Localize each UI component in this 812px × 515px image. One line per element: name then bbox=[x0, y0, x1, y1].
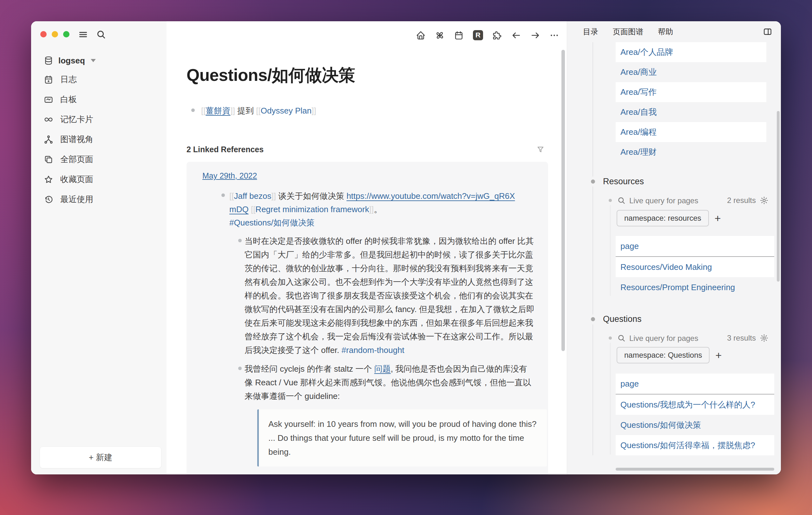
page-link[interactable]: Resources/Video Making bbox=[620, 262, 712, 272]
page-link[interactable]: Area/编程 bbox=[620, 127, 657, 137]
block-bullet[interactable] bbox=[609, 199, 612, 202]
add-filter-button[interactable]: + bbox=[715, 211, 721, 226]
arrow-left-icon[interactable] bbox=[511, 30, 521, 40]
namespace-filter-pill[interactable]: namespace: resources bbox=[617, 210, 709, 226]
database-icon bbox=[44, 56, 53, 65]
close-right-sidebar-icon[interactable] bbox=[763, 27, 772, 36]
home-icon[interactable] bbox=[416, 30, 426, 40]
main-scrollbar-thumb[interactable] bbox=[561, 50, 565, 351]
block-bullet[interactable] bbox=[222, 193, 225, 197]
filter-funnel-icon[interactable] bbox=[536, 145, 545, 154]
questions-query-table: page Questions/我想成为一个什么样的人? Questions/如何… bbox=[616, 373, 774, 455]
table-row: Area/自我 bbox=[616, 102, 766, 122]
zoom-window-button[interactable] bbox=[63, 31, 69, 37]
readwise-plugin-icon[interactable]: R bbox=[473, 30, 483, 40]
page-ref-link[interactable]: Odyssey Plan bbox=[261, 106, 312, 115]
page-link[interactable]: Area/个人品牌 bbox=[620, 47, 673, 57]
sidebar-item-flashcards[interactable]: 记忆卡片 bbox=[31, 110, 167, 129]
query-meta: 2 results bbox=[727, 196, 768, 205]
journal-date-link[interactable]: May 29th, 2022 bbox=[202, 171, 257, 180]
block-bullet[interactable] bbox=[591, 317, 595, 321]
blockquote: Ask yourself: in 10 years from now, will… bbox=[257, 410, 547, 466]
page-body: Questions/如何做决策 [[薑餅資]] 提到 [[Odyssey Pla… bbox=[186, 49, 548, 475]
search-icon bbox=[617, 196, 626, 205]
table-row: Questions/如何做决策 bbox=[616, 415, 774, 435]
area-query-table: Area/个人品牌 Area/商业 Area/写作 Area/自我 Area/编… bbox=[616, 42, 766, 162]
right-sidebar-scrollbar-thumb[interactable] bbox=[777, 111, 780, 282]
page-tag-link[interactable]: #Questions/如何做决策 bbox=[229, 216, 516, 229]
block-bullet[interactable] bbox=[238, 367, 242, 370]
page-link[interactable]: Questions/如何活得幸福，摆脱焦虑? bbox=[620, 441, 755, 450]
resources-query-table: page Resources/Video Making Resources/Pr… bbox=[616, 236, 774, 298]
sidebar-item-all-pages[interactable]: 全部页面 bbox=[31, 149, 167, 169]
arrow-right-icon[interactable] bbox=[530, 30, 540, 40]
puzzle-icon[interactable] bbox=[492, 30, 502, 40]
sidebar-item-favorites[interactable]: 收藏页面 bbox=[31, 169, 167, 189]
column-header-page[interactable]: page bbox=[620, 241, 639, 251]
left-sidebar: logseq 日志 白板 bbox=[31, 21, 167, 475]
table-row: Resources/Video Making bbox=[616, 257, 774, 277]
page-ref-link[interactable]: 薑餅資 bbox=[206, 106, 230, 115]
sidebar-item-recent[interactable]: 最近使用 bbox=[31, 189, 167, 209]
desktop-background: logseq 日志 白板 bbox=[0, 0, 812, 515]
menu-item-contents[interactable]: 目录 bbox=[583, 27, 598, 37]
calendar-icon[interactable] bbox=[454, 30, 464, 40]
block-text: 谈关于如何做决策 bbox=[276, 191, 346, 201]
hamburger-menu-icon[interactable] bbox=[78, 30, 88, 40]
right-sidebar-content: Area/个人品牌 Area/商业 Area/写作 Area/自我 Area/编… bbox=[567, 42, 781, 475]
block-text: 。 bbox=[374, 205, 382, 214]
close-window-button[interactable] bbox=[40, 31, 47, 37]
gear-icon[interactable] bbox=[760, 334, 768, 342]
graph-selector[interactable]: logseq bbox=[44, 52, 96, 69]
pinwheel-icon[interactable] bbox=[435, 30, 445, 40]
block-bullet[interactable] bbox=[609, 336, 612, 340]
graph-name: logseq bbox=[58, 56, 85, 66]
page-link[interactable]: Resources/Prompt Engineering bbox=[620, 282, 735, 292]
ref-bracket: [[ bbox=[201, 106, 206, 115]
column-header-page[interactable]: page bbox=[620, 379, 639, 389]
search-icon[interactable] bbox=[96, 30, 106, 40]
ellipsis-icon[interactable] bbox=[549, 30, 559, 40]
sidebar-item-graph-view[interactable]: 图谱视角 bbox=[31, 129, 167, 149]
block-bullet[interactable] bbox=[238, 239, 242, 242]
table-row: Area/商业 bbox=[616, 62, 766, 82]
thread-line bbox=[610, 205, 611, 296]
namespace-filter-pill[interactable]: namespace: Questions bbox=[617, 347, 709, 363]
history-icon bbox=[44, 195, 53, 204]
block-bullet[interactable] bbox=[191, 109, 195, 112]
page-link[interactable]: Area/理财 bbox=[620, 147, 657, 157]
minimize-window-button[interactable] bbox=[52, 31, 58, 37]
thread-line bbox=[610, 343, 611, 454]
reference-block: [[Jaff bezos]] 谈关于如何做决策 https://www.yout… bbox=[202, 189, 535, 229]
block-text: 我曾经问 cyclejs 的作者 staltz 一个 bbox=[244, 364, 374, 373]
sidebar-item-label: 全部页面 bbox=[60, 154, 93, 165]
query-results-count: 3 results bbox=[727, 334, 756, 342]
block-bullet[interactable] bbox=[591, 180, 595, 184]
page-ref-link[interactable]: Jaff bezos bbox=[234, 191, 271, 201]
issue-link[interactable]: 问题 bbox=[374, 364, 391, 373]
search-icon bbox=[617, 334, 626, 342]
random-thought-tag-link[interactable]: #random-thought bbox=[342, 345, 404, 355]
sidebar-item-whiteboards[interactable]: 白板 bbox=[31, 89, 167, 110]
menu-item-help[interactable]: 帮助 bbox=[658, 27, 673, 37]
thread-line bbox=[592, 186, 593, 314]
page-link[interactable]: Area/商业 bbox=[620, 67, 657, 77]
query-filter-row: namespace: Questions + bbox=[617, 347, 722, 363]
horizontal-scrollbar-thumb[interactable] bbox=[616, 468, 774, 471]
add-filter-button[interactable]: + bbox=[715, 347, 722, 363]
page-link[interactable]: Questions/我想成为一个什么样的人? bbox=[620, 400, 755, 410]
page-link[interactable]: Area/写作 bbox=[620, 87, 657, 97]
gear-icon[interactable] bbox=[760, 196, 768, 205]
new-page-button[interactable]: + 新建 bbox=[40, 447, 162, 468]
page-link[interactable]: Area/自我 bbox=[620, 107, 657, 117]
menu-item-page-graph[interactable]: 页面图谱 bbox=[613, 27, 643, 37]
infinity-icon bbox=[44, 115, 53, 124]
reference-sub-block: 当时在决定是否接收微软的 offer 的时候我非常犹豫，因为微软给出的 offe… bbox=[202, 234, 535, 357]
ref-bracket: [[ bbox=[229, 191, 234, 201]
table-row: Questions/我想成为一个什么样的人? bbox=[616, 394, 774, 415]
table-row: Questions/如何活得幸福，摆脱焦虑? bbox=[616, 435, 774, 455]
page-ref-link[interactable]: Regret minimization framework bbox=[255, 205, 369, 214]
page-link[interactable]: Questions/如何做决策 bbox=[620, 420, 701, 430]
sidebar-item-journals[interactable]: 日志 bbox=[31, 69, 167, 89]
linked-references-header: 2 Linked References bbox=[186, 145, 548, 154]
